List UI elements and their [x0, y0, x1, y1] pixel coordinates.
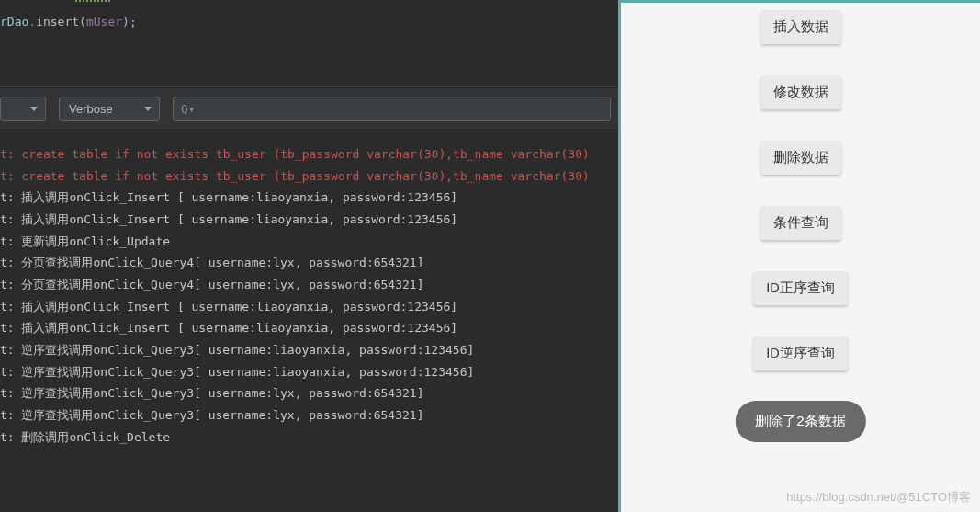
- ide-panel: rDao.insert(mUser); Verbose Q▾ t: create…: [0, 0, 618, 512]
- code-hint-underline: [75, 0, 110, 2]
- emulator-screen: 插入数据 修改数据 删除数据 条件查询 ID正序查询 ID逆序查询 分页查询 删…: [618, 0, 980, 512]
- log-line: t: create table if not exists tb_user (t…: [0, 165, 618, 188]
- insert-data-button[interactable]: 插入数据: [760, 10, 841, 44]
- log-line: t: 逆序查找调用onClick_Query3[ username:liaoya…: [0, 339, 618, 361]
- delete-data-button[interactable]: 删除数据: [760, 141, 841, 175]
- chevron-down-icon: [144, 107, 152, 111]
- log-line: t: 逆序查找调用onClick_Query3[ username:lyx, p…: [0, 404, 618, 427]
- condition-query-button[interactable]: 条件查询: [760, 206, 841, 240]
- log-line: t: 插入调用onClick_Insert [ username:liaoyan…: [0, 209, 618, 231]
- chevron-down-icon: [30, 107, 38, 111]
- log-line: t: 插入调用onClick_Insert [ username:liaoyan…: [0, 187, 618, 209]
- app-button-group: 插入数据 修改数据 删除数据 条件查询 ID正序查询 ID逆序查询 分页查询: [753, 10, 848, 436]
- log-line: t: 插入调用onClick_Insert [ username:liaoyan…: [0, 296, 618, 318]
- log-line: t: 删除调用onClick_Delete: [0, 427, 618, 449]
- log-line: t: 逆序查找调用onClick_Query3[ username:lyx, p…: [0, 382, 618, 404]
- log-level-dropdown[interactable]: Verbose: [59, 97, 160, 121]
- log-line: t: 插入调用onClick_Insert [ username:liaoyan…: [0, 317, 618, 339]
- code-editor[interactable]: rDao.insert(mUser);: [0, 0, 618, 87]
- logcat-output[interactable]: t: create table if not exists tb_user (t…: [0, 131, 618, 512]
- log-line: t: 更新调用onClick_Update: [0, 231, 618, 253]
- log-line: t: create table if not exists tb_user (t…: [0, 143, 618, 165]
- log-line: t: 逆序查找调用onClick_Query3[ username:liaoya…: [0, 361, 618, 383]
- update-data-button[interactable]: 修改数据: [760, 75, 841, 109]
- id-desc-query-button[interactable]: ID逆序查询: [753, 336, 848, 370]
- code-line: rDao.insert(mUser);: [0, 6, 618, 30]
- logcat-toolbar: Verbose Q▾: [0, 87, 618, 131]
- id-asc-query-button[interactable]: ID正序查询: [753, 271, 848, 305]
- watermark: https://blog.csdn.net/@51CTO博客: [786, 489, 971, 506]
- toast-message: 删除了2条数据: [735, 401, 865, 442]
- filter-dropdown-1[interactable]: [0, 97, 46, 121]
- log-line: t: 分页查找调用onClick_Query4[ username:lyx, p…: [0, 274, 618, 296]
- logcat-search-input[interactable]: Q▾: [173, 97, 611, 121]
- search-icon: Q▾: [181, 102, 196, 116]
- log-line: t: 分页查找调用onClick_Query4[ username:lyx, p…: [0, 252, 618, 274]
- dropdown-label: Verbose: [69, 102, 113, 116]
